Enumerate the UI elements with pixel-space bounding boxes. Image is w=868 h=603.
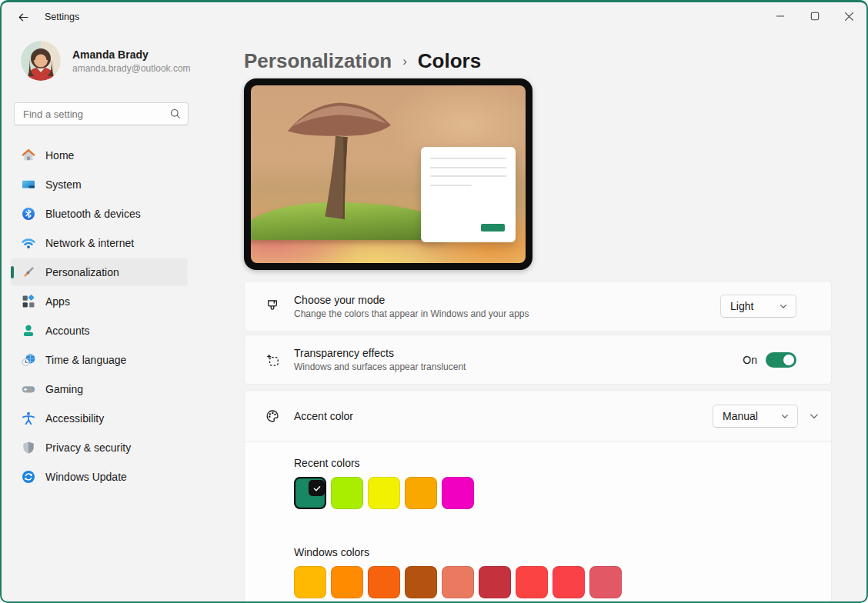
personalization-brush-icon	[21, 265, 36, 280]
close-icon	[844, 12, 854, 22]
sidebar-item-label: Accounts	[45, 325, 90, 337]
system-icon	[21, 177, 36, 192]
color-swatch[interactable]	[294, 566, 326, 598]
theme-preview-frame	[244, 78, 532, 270]
bluetooth-icon	[21, 206, 36, 222]
sidebar-item-label: Personalization	[45, 266, 119, 278]
color-swatch-selected[interactable]	[294, 477, 326, 509]
gaming-gamepad-icon	[21, 381, 36, 397]
transparency-subtitle: Windows and surfaces appear translucent	[294, 361, 743, 372]
sidebar-item-label: Network & internet	[45, 237, 134, 249]
sidebar-item-label: Privacy & security	[45, 441, 131, 454]
recent-colors-row	[294, 477, 796, 509]
sidebar-item-time-language[interactable]: Time & language	[11, 346, 188, 374]
home-icon	[21, 148, 36, 163]
color-swatch[interactable]	[442, 477, 474, 509]
sidebar-item-home[interactable]: Home	[11, 142, 188, 169]
selected-check-icon	[309, 480, 325, 496]
color-swatch[interactable]	[516, 566, 548, 598]
breadcrumb-separator-icon: ›	[402, 54, 407, 69]
profile-email: amanda.brady@outlook.com	[72, 63, 191, 74]
main-content: Personalization › Colors	[194, 32, 866, 603]
sidebar-item-gaming[interactable]: Gaming	[11, 375, 188, 403]
search-input[interactable]	[14, 102, 189, 125]
transparency-toggle[interactable]	[766, 352, 796, 368]
chevron-down-icon	[809, 411, 820, 421]
color-swatch[interactable]	[405, 477, 437, 509]
wifi-icon	[21, 235, 36, 251]
sidebar-item-label: Bluetooth & devices	[45, 208, 141, 220]
choose-mode-card: Choose your mode Change the colors that …	[244, 281, 832, 331]
paintbrush-icon	[265, 298, 280, 314]
accent-color-panel: Recent colors Windows colors	[245, 441, 831, 603]
back-button[interactable]	[11, 5, 35, 28]
titlebar: Settings	[2, 2, 866, 32]
choose-mode-subtitle: Change the colors that appear in Windows…	[294, 308, 720, 319]
minimize-icon	[776, 12, 785, 21]
sidebar-item-label: System	[45, 178, 82, 191]
sidebar-item-label: Accessibility	[45, 412, 104, 425]
color-swatch[interactable]	[553, 566, 585, 598]
sidebar-item-label: Home	[45, 149, 74, 162]
account-profile[interactable]: Amanda Brady amanda.brady@outlook.com	[21, 41, 194, 81]
windows-colors-row-1	[294, 566, 796, 598]
sidebar-nav: Home System Bluetooth & devices Network …	[2, 142, 194, 491]
maximize-button[interactable]	[797, 2, 832, 30]
sidebar-item-windows-update[interactable]: Windows Update	[11, 463, 188, 491]
color-swatch[interactable]	[368, 566, 400, 598]
accent-color-header: Accent color Manual	[245, 391, 831, 441]
minimize-button[interactable]	[763, 2, 797, 30]
sidebar-item-apps[interactable]: Apps	[11, 288, 188, 315]
sidebar-item-network-internet[interactable]: Network & internet	[11, 229, 188, 257]
mode-dropdown-value: Light	[730, 300, 753, 312]
accent-expander[interactable]	[809, 411, 820, 421]
sidebar-item-label: Apps	[45, 295, 70, 308]
sidebar-item-system[interactable]: System	[11, 171, 188, 198]
palette-icon	[265, 408, 280, 424]
preview-window-card	[421, 147, 516, 242]
sidebar-item-personalization[interactable]: Personalization	[11, 258, 188, 286]
color-swatch[interactable]	[442, 566, 474, 598]
accent-color-title: Accent color	[294, 410, 713, 422]
preview-accent-button	[481, 224, 505, 232]
transparency-icon	[265, 352, 280, 368]
toggle-state-label: On	[743, 354, 757, 366]
settings-window: Settings	[0, 0, 868, 603]
color-swatch[interactable]	[331, 477, 363, 509]
color-swatch[interactable]	[479, 566, 511, 598]
sidebar-item-accessibility[interactable]: Accessibility	[11, 405, 188, 432]
accent-color-card: Accent color Manual Recent colors	[244, 390, 832, 603]
window-controls	[763, 2, 866, 32]
app-title: Settings	[45, 12, 79, 22]
sidebar-item-label: Time & language	[45, 354, 126, 366]
sidebar-item-privacy-security[interactable]: Privacy & security	[11, 434, 188, 461]
accent-mode-dropdown[interactable]: Manual	[713, 405, 798, 428]
accessibility-person-icon	[21, 411, 36, 426]
search-box	[14, 102, 189, 125]
color-swatch[interactable]	[331, 566, 363, 598]
close-button[interactable]	[832, 2, 866, 30]
accounts-person-icon	[21, 323, 36, 338]
wallpaper-preview	[251, 85, 526, 263]
accent-mode-dropdown-value: Manual	[723, 410, 758, 422]
sidebar-item-accounts[interactable]: Accounts	[11, 317, 188, 345]
sidebar: Amanda Brady amanda.brady@outlook.com Ho…	[2, 32, 194, 603]
sidebar-item-bluetooth-devices[interactable]: Bluetooth & devices	[11, 200, 188, 228]
choose-mode-title: Choose your mode	[294, 294, 720, 306]
breadcrumb-personalization[interactable]: Personalization	[244, 49, 392, 73]
search-icon	[169, 108, 182, 123]
apps-icon	[21, 294, 36, 309]
avatar	[21, 41, 61, 81]
color-swatch[interactable]	[368, 477, 400, 509]
mode-dropdown[interactable]: Light	[720, 295, 796, 318]
color-swatch[interactable]	[589, 566, 622, 598]
windows-update-icon	[21, 469, 36, 485]
back-arrow-icon	[17, 11, 30, 24]
chevron-down-icon	[780, 411, 790, 421]
privacy-shield-icon	[21, 440, 36, 455]
page-title: Colors	[418, 49, 481, 73]
recent-colors-heading: Recent colors	[294, 457, 796, 469]
color-swatch[interactable]	[405, 566, 437, 598]
mushroom-decoration	[270, 92, 413, 235]
profile-name: Amanda Brady	[72, 48, 191, 61]
